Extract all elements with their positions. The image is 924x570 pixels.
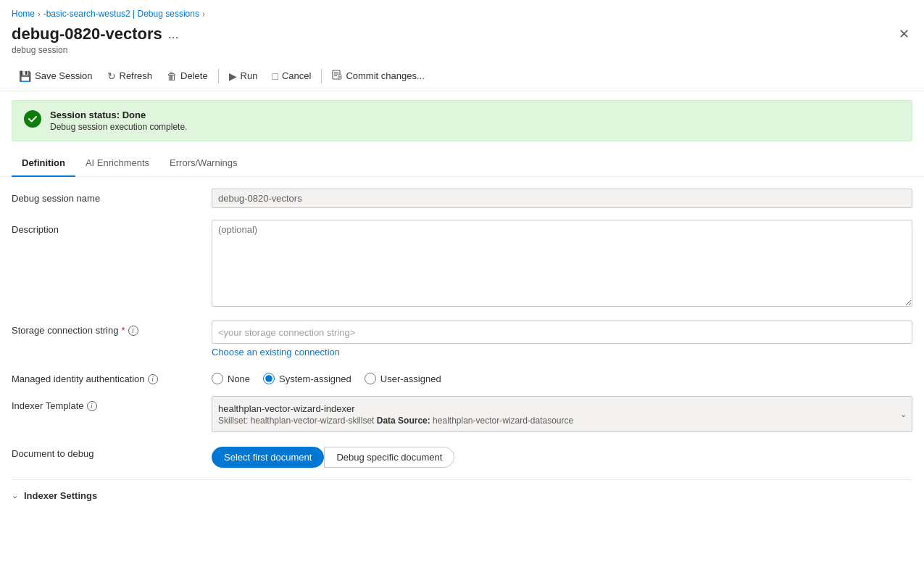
description-textarea[interactable] — [212, 220, 912, 307]
radio-user-assigned-label: User-assigned — [380, 373, 441, 384]
delete-icon: 🗑 — [167, 70, 177, 82]
breadcrumb-resource[interactable]: -basic-search-westus2 | Debug sessions — [43, 9, 199, 19]
radio-system-assigned[interactable]: System-assigned — [263, 373, 351, 384]
document-debug-field: Select first document Debug specific doc… — [212, 444, 912, 468]
page-title-area: debug-0820-vectors ... debug session ✕ — [0, 22, 924, 61]
debug-specific-document-button[interactable]: Debug specific document — [324, 447, 454, 468]
close-button[interactable]: ✕ — [896, 25, 912, 44]
radio-none-input[interactable] — [212, 373, 223, 384]
run-button[interactable]: ▶ Run — [222, 66, 265, 86]
breadcrumb-sep1: › — [38, 9, 41, 18]
storage-field: <your storage connection string> Choose … — [212, 321, 912, 358]
toolbar-separator-1 — [218, 69, 219, 83]
delete-label: Delete — [180, 70, 208, 81]
close-icon: ✕ — [899, 27, 910, 41]
indexer-template-field: healthplan-vector-wizard-indexer Skillse… — [212, 396, 912, 432]
tab-definition[interactable]: Definition — [12, 150, 75, 177]
cancel-label: Cancel — [282, 70, 311, 81]
breadcrumb: Home › -basic-search-westus2 | Debug ses… — [0, 0, 924, 22]
session-name-field — [212, 189, 912, 208]
radio-none-label: None — [228, 373, 250, 384]
description-label: Description — [12, 220, 200, 235]
managed-identity-info-icon[interactable]: i — [148, 374, 158, 384]
select-first-document-button[interactable]: Select first document — [212, 447, 324, 468]
tabs: Definition AI Enrichments Errors/Warning… — [0, 150, 924, 177]
svg-rect-5 — [339, 76, 341, 77]
svg-rect-3 — [334, 75, 337, 76]
session-name-row: Debug session name — [12, 189, 912, 208]
managed-identity-label: Managed identity authentication i — [12, 369, 200, 384]
choose-connection-link[interactable]: Choose an existing connection — [212, 347, 340, 358]
description-field — [212, 220, 912, 309]
delete-button[interactable]: 🗑 Delete — [159, 66, 215, 86]
status-subtitle: Debug session execution complete. — [50, 122, 187, 132]
session-name-input[interactable] — [212, 189, 912, 208]
save-session-button[interactable]: 💾 Save Session — [12, 66, 100, 86]
indexer-settings-row[interactable]: ⌄ Indexer Settings — [12, 479, 912, 511]
document-debug-row: Document to debug Select first document … — [12, 444, 912, 468]
status-banner: Session status: Done Debug session execu… — [12, 100, 912, 141]
page-subtitle: debug session — [12, 45, 179, 55]
commit-icon — [332, 70, 342, 82]
breadcrumb-sep2: › — [202, 9, 205, 18]
tab-errors-warnings[interactable]: Errors/Warnings — [159, 150, 247, 177]
indexer-settings-chevron-icon: ⌄ — [12, 491, 18, 500]
page-title-left: debug-0820-vectors ... debug session — [12, 25, 179, 55]
cancel-button[interactable]: □ Cancel — [265, 66, 318, 86]
svg-rect-2 — [334, 74, 338, 75]
storage-info-icon[interactable]: i — [128, 326, 138, 336]
toolbar: 💾 Save Session ↻ Refresh 🗑 Delete ▶ Run … — [0, 61, 924, 91]
refresh-label: Refresh — [120, 70, 153, 81]
managed-identity-field: None System-assigned User-assigned — [212, 369, 912, 384]
indexer-template-label: Indexer Template i — [12, 396, 200, 411]
form-area: Debug session name Description Storage c… — [0, 177, 924, 523]
cancel-icon: □ — [272, 70, 278, 82]
indexer-template-main-text: healthplan-vector-wizard-indexer — [218, 403, 888, 414]
status-text-area: Session status: Done Debug session execu… — [50, 110, 187, 132]
indexer-settings-label: Indexer Settings — [24, 490, 97, 501]
description-row: Description — [12, 220, 912, 309]
status-success-icon — [24, 110, 41, 128]
radio-user-assigned[interactable]: User-assigned — [365, 373, 441, 384]
svg-rect-6 — [339, 78, 341, 78]
indexer-template-row: Indexer Template i healthplan-vector-wiz… — [12, 396, 912, 432]
commit-label: Commit changes... — [346, 70, 424, 81]
document-debug-button-group: Select first document Debug specific doc… — [212, 444, 912, 468]
radio-system-assigned-input[interactable] — [263, 373, 275, 384]
indexer-template-display[interactable]: healthplan-vector-wizard-indexer Skillse… — [212, 396, 912, 432]
breadcrumb-home[interactable]: Home — [12, 9, 35, 19]
page-title-text: debug-0820-vectors — [12, 25, 162, 44]
page-title-ellipsis[interactable]: ... — [168, 27, 179, 42]
svg-rect-4 — [338, 75, 341, 79]
indexer-template-info-icon[interactable]: i — [87, 401, 97, 411]
storage-row: Storage connection string * i <your stor… — [12, 321, 912, 358]
radio-system-assigned-label: System-assigned — [279, 373, 351, 384]
commit-button[interactable]: Commit changes... — [325, 65, 431, 86]
refresh-icon: ↻ — [107, 70, 116, 82]
indexer-template-dropdown[interactable]: healthplan-vector-wizard-indexer Skillse… — [212, 396, 912, 432]
indexer-template-sub-text: Skillset: healthplan-vector-wizard-skill… — [218, 416, 888, 426]
page-title: debug-0820-vectors ... — [12, 25, 179, 44]
svg-rect-1 — [334, 72, 338, 73]
refresh-button[interactable]: ↻ Refresh — [100, 66, 160, 86]
save-label: Save Session — [35, 70, 93, 81]
toolbar-separator-2 — [321, 69, 322, 83]
managed-identity-row: Managed identity authentication i None S… — [12, 369, 912, 384]
save-icon: 💾 — [19, 70, 31, 82]
session-name-label: Debug session name — [12, 189, 200, 204]
run-icon: ▶ — [229, 70, 237, 82]
radio-user-assigned-input[interactable] — [365, 373, 376, 384]
run-label: Run — [241, 70, 258, 81]
storage-required: * — [121, 325, 125, 336]
status-title: Session status: Done — [50, 110, 187, 120]
radio-none[interactable]: None — [212, 373, 250, 384]
storage-label: Storage connection string * i — [12, 321, 200, 336]
document-debug-label: Document to debug — [12, 444, 200, 459]
storage-input-placeholder: <your storage connection string> — [212, 321, 912, 344]
tab-ai-enrichments[interactable]: AI Enrichments — [75, 150, 159, 177]
indexer-template-chevron-icon: ⌄ — [900, 410, 907, 419]
radio-group-managed-identity: None System-assigned User-assigned — [212, 369, 912, 384]
